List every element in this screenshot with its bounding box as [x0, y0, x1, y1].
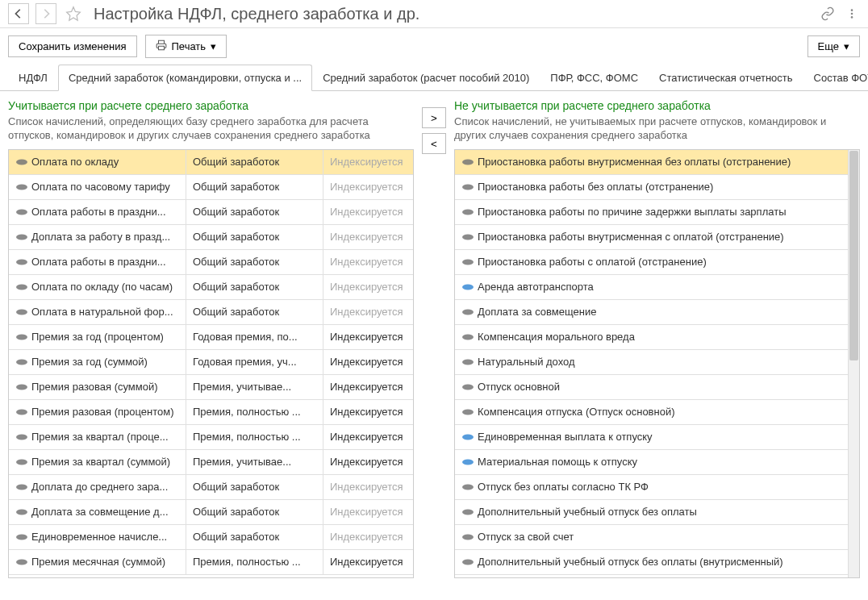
forward-button[interactable]: [35, 3, 56, 24]
table-row[interactable]: Оплата по часовому тарифуОбщий заработок…: [9, 175, 413, 200]
svg-point-20: [462, 159, 474, 165]
link-icon[interactable]: [820, 6, 836, 22]
table-row[interactable]: Оплата работы в праздни...Общий заработо…: [9, 200, 413, 225]
row-type-cell: Премия, учитывае...: [186, 450, 323, 474]
item-icon: [461, 308, 473, 316]
table-row[interactable]: Дополнительный учебный отпуск без оплаты: [455, 500, 859, 525]
table-row[interactable]: Оплата по окладу (по часам)Общий заработ…: [9, 275, 413, 300]
svg-point-36: [462, 559, 474, 565]
tab[interactable]: Состав ФОТ: [803, 65, 868, 90]
tab[interactable]: ПФР, ФСС, ФОМС: [540, 65, 649, 90]
row-name-cell: Приостановка работы с оплатой (отстранен…: [455, 250, 859, 274]
svg-point-12: [16, 384, 27, 390]
table-row[interactable]: Премия разовая (процентом)Премия, полнос…: [9, 400, 413, 425]
table-row[interactable]: Доплата за работу в празд...Общий зарабо…: [9, 225, 413, 250]
table-row[interactable]: Премия месячная (суммой)Премия, полность…: [9, 550, 413, 575]
back-button[interactable]: [8, 3, 29, 24]
print-button[interactable]: Печать ▾: [145, 35, 227, 58]
row-name-cell: Приостановка работы внутрисменная с опла…: [455, 225, 859, 249]
table-row[interactable]: Натуральный доход: [455, 350, 859, 375]
tab[interactable]: Статистическая отчетность: [649, 65, 803, 90]
table-row[interactable]: Премия за квартал (суммой)Премия, учитыв…: [9, 450, 413, 475]
row-name-cell: Натуральный доход: [455, 350, 859, 374]
item-icon: [15, 208, 27, 216]
scrollbar[interactable]: [848, 150, 859, 577]
row-type-cell: Премия, полностью ...: [186, 400, 323, 424]
tab[interactable]: Средний заработок (командировки, отпуска…: [58, 65, 312, 91]
item-icon: [461, 183, 473, 191]
item-icon: [15, 433, 27, 441]
svg-point-27: [462, 334, 474, 340]
table-row[interactable]: Оплата работы в праздни...Общий заработо…: [9, 250, 413, 275]
row-index-cell: Индексируется: [323, 200, 413, 224]
row-index-cell: Индексируется: [323, 375, 413, 399]
table-row[interactable]: Премия за год (суммой)Годовая премия, уч…: [9, 350, 413, 375]
row-type-cell: Общий заработок: [186, 250, 323, 274]
row-index-cell: Индексируется: [323, 425, 413, 449]
table-row[interactable]: Приостановка работы внутрисменная с опла…: [455, 225, 859, 250]
item-icon: [461, 358, 473, 366]
table-row[interactable]: Оплата в натуральной фор...Общий заработ…: [9, 300, 413, 325]
row-name-cell: Оплата по окладу: [9, 150, 186, 174]
move-left-button[interactable]: <: [422, 133, 446, 154]
svg-point-9: [16, 309, 27, 315]
item-icon: [15, 308, 27, 316]
item-icon: [461, 383, 473, 391]
more-button[interactable]: Еще ▾: [807, 35, 860, 57]
svg-point-2: [851, 16, 853, 19]
table-row[interactable]: Аренда автотранспорта: [455, 275, 859, 300]
table-row[interactable]: Материальная помощь к отпуску: [455, 450, 859, 475]
svg-point-30: [462, 409, 474, 415]
table-row[interactable]: Отпуск основной: [455, 375, 859, 400]
table-row[interactable]: Отпуск за свой счет: [455, 525, 859, 550]
svg-point-33: [462, 484, 474, 490]
tab[interactable]: НДФЛ: [8, 65, 58, 90]
save-button[interactable]: Сохранить изменения: [8, 35, 137, 57]
row-index-cell: Индексируется: [323, 500, 413, 524]
table-row[interactable]: Премия за год (процентом)Годовая премия,…: [9, 325, 413, 350]
table-row[interactable]: Отпуск без оплаты согласно ТК РФ: [455, 475, 859, 500]
table-row[interactable]: Доплата до среднего зара...Общий заработ…: [9, 475, 413, 500]
svg-point-13: [16, 409, 27, 415]
print-button-label: Печать: [172, 40, 207, 52]
row-name-cell: Приостановка работы без оплаты (отстране…: [455, 175, 859, 199]
svg-point-8: [16, 284, 27, 290]
table-row[interactable]: Единовременная выплата к отпуску: [455, 425, 859, 450]
svg-point-32: [462, 459, 474, 465]
tab[interactable]: Средний заработок (расчет пособий 2010): [312, 65, 540, 90]
table-row[interactable]: Премия за квартал (проце...Премия, полно…: [9, 425, 413, 450]
dropdown-caret-icon: ▾: [844, 40, 849, 52]
included-desc: Список начислений, определяющих базу сре…: [8, 115, 414, 143]
scrollbar-thumb[interactable]: [849, 151, 858, 360]
svg-point-19: [16, 559, 27, 565]
svg-point-6: [16, 234, 27, 240]
printer-icon: [156, 40, 167, 53]
row-name-cell: Доплата за совмещение д...: [9, 500, 186, 524]
favorite-button[interactable]: [63, 3, 84, 24]
row-name-cell: Отпуск основной: [455, 375, 859, 399]
table-row[interactable]: Компенсация отпуска (Отпуск основной): [455, 400, 859, 425]
table-row[interactable]: Доплата за совмещение д...Общий заработо…: [9, 500, 413, 525]
table-row[interactable]: Единовременное начисле...Общий заработок…: [9, 525, 413, 550]
kebab-icon[interactable]: [844, 6, 860, 22]
excluded-desc: Список начислений, не учитываемых при ра…: [454, 115, 860, 143]
tabs-bar: НДФЛСредний заработок (командировки, отп…: [0, 65, 868, 91]
table-row[interactable]: Доплата за совмещение: [455, 300, 859, 325]
row-type-cell: Общий заработок: [186, 300, 323, 324]
row-name-cell: Премия разовая (процентом): [9, 400, 186, 424]
item-icon: [15, 358, 27, 366]
row-name-cell: Оплата работы в праздни...: [9, 250, 186, 274]
table-row[interactable]: Приостановка работы по причине задержки …: [455, 200, 859, 225]
svg-point-26: [462, 309, 474, 315]
move-right-button[interactable]: >: [422, 107, 446, 128]
table-row[interactable]: Компенсация морального вреда: [455, 325, 859, 350]
table-row[interactable]: Приостановка работы внутрисменная без оп…: [455, 150, 859, 175]
table-row[interactable]: Оплата по окладуОбщий заработокИндексиру…: [9, 150, 413, 175]
table-row[interactable]: Приостановка работы с оплатой (отстранен…: [455, 250, 859, 275]
table-row[interactable]: Приостановка работы без оплаты (отстране…: [455, 175, 859, 200]
table-row[interactable]: Премия разовая (суммой)Премия, учитывае.…: [9, 375, 413, 400]
table-row[interactable]: Дополнительный учебный отпуск без оплаты…: [455, 550, 859, 575]
row-name-cell: Оплата по часовому тарифу: [9, 175, 186, 199]
row-name-cell: Единовременная выплата к отпуску: [455, 425, 859, 449]
row-name-cell: Оплата по окладу (по часам): [9, 275, 186, 299]
